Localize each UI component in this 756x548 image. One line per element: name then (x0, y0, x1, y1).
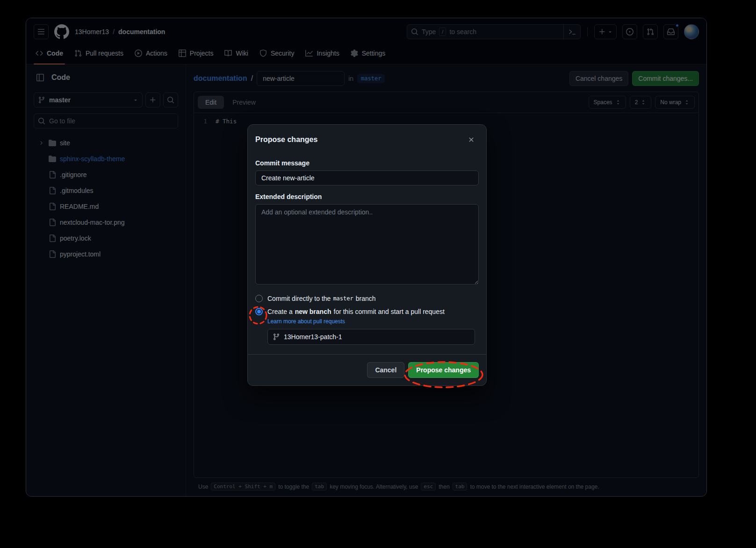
label-text: branch (356, 295, 376, 302)
commit-message-input[interactable] (255, 171, 479, 185)
dialog-body: Commit message Extended description Comm… (248, 159, 486, 345)
propose-changes-button[interactable]: Propose changes (408, 362, 479, 378)
cancel-button[interactable]: Cancel (367, 362, 404, 378)
radio-checked[interactable] (255, 308, 263, 315)
close-icon (468, 136, 475, 143)
radio-create-branch[interactable]: Create a new branch for this commit and … (255, 308, 479, 315)
radio-create-branch-label: Create a new branch for this commit and … (267, 308, 445, 315)
propose-changes-dialog: Propose changes Commit message Extended … (247, 124, 487, 386)
extended-description-label: Extended description (255, 193, 479, 200)
git-branch-icon (273, 333, 280, 341)
commit-message-label: Commit message (255, 159, 479, 167)
label-text: for this commit and start a pull request (334, 308, 445, 315)
label-bold-text: new branch (295, 308, 331, 315)
radio-commit-direct[interactable]: Commit directly to the master branch (255, 295, 479, 302)
label-text: Create a (267, 308, 293, 315)
screen: { "colors": { "accent_green": "#238636",… (0, 0, 756, 548)
dialog-header: Propose changes (248, 125, 486, 155)
close-dialog-button[interactable] (464, 132, 479, 147)
branch-name-field[interactable] (267, 329, 475, 345)
radio-commit-direct-label: Commit directly to the master branch (267, 295, 376, 302)
radio-unchecked[interactable] (255, 295, 263, 302)
branch-name-mono: master (333, 295, 353, 302)
label-text: Commit directly to the (267, 295, 331, 302)
dialog-title: Propose changes (255, 135, 317, 144)
branch-name-input[interactable] (284, 333, 470, 341)
learn-more-link[interactable]: Learn more about pull requests (267, 318, 345, 325)
github-window: 13Homer13 / documentation Type / to sear… (26, 18, 707, 497)
extended-description-textarea[interactable] (255, 204, 479, 285)
dialog-footer: Cancel Propose changes (248, 354, 486, 385)
